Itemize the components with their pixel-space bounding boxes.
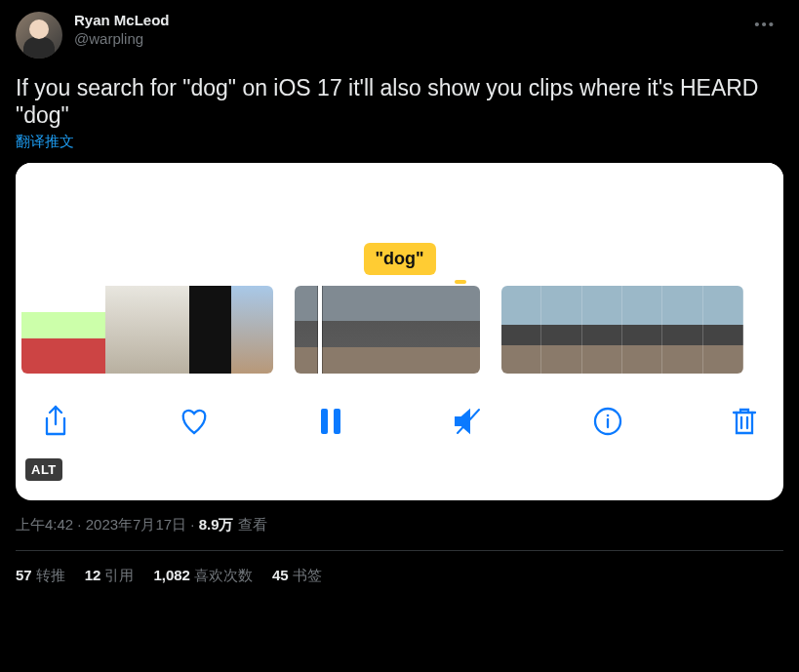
share-icon[interactable] [41,405,70,438]
tweet-header: Ryan McLeod @warpling ••• [16,12,783,59]
alt-badge[interactable]: ALT [25,458,62,481]
mute-icon[interactable] [452,407,485,436]
tweet-meta[interactable]: 上午4:42 · 2023年7月17日 · 8.9万 查看 [16,516,783,534]
retweet-stat[interactable]: 57转推 [16,567,65,585]
tweet-container: Ryan McLeod @warpling ••• If you search … [0,0,799,601]
pause-icon[interactable] [318,407,343,436]
tweet-text: If you search for "dog" on iOS 17 it'll … [16,74,783,129]
tweet-time: 上午4:42 [16,516,73,533]
author-names[interactable]: Ryan McLeod @warpling [74,12,170,49]
svg-rect-0 [321,409,328,434]
playhead-marker [455,280,466,284]
info-icon[interactable] [592,406,623,437]
view-label: 查看 [234,516,267,533]
handle: @warpling [74,30,170,49]
clip-group-2-active[interactable] [295,286,480,374]
like-stat[interactable]: 1,082喜欢次数 [153,567,253,585]
svg-rect-1 [334,409,340,434]
translate-link[interactable]: 翻译推文 [16,133,74,151]
quote-stat[interactable]: 12引用 [85,567,135,585]
video-scrubber[interactable] [16,286,783,377]
tweet-stats: 57转推 12引用 1,082喜欢次数 45书签 [16,551,783,601]
media-card[interactable]: "dog" [16,163,783,500]
trash-icon[interactable] [731,406,758,437]
view-count: 8.9万 [199,516,234,533]
display-name: Ryan McLeod [74,12,170,30]
clip-group-1[interactable] [21,286,273,374]
playhead[interactable] [318,286,322,374]
more-options-button[interactable]: ••• [746,8,783,40]
bookmark-stat[interactable]: 45书签 [272,567,322,585]
caption-bubble: "dog" [363,243,435,275]
media-preview-top: "dog" [16,163,783,286]
avatar[interactable] [16,12,62,59]
heart-icon[interactable] [178,407,211,436]
tweet-date: 2023年7月17日 [86,516,186,533]
svg-point-4 [606,415,609,417]
clip-group-3[interactable] [501,286,743,374]
video-toolbar [16,377,783,467]
